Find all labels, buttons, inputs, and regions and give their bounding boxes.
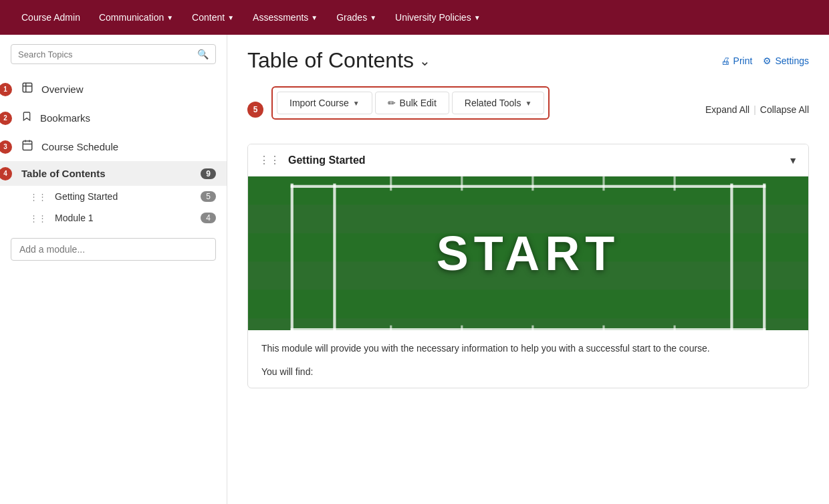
svg-rect-10 (248, 290, 808, 318)
add-module-input[interactable] (11, 238, 216, 261)
drag-icon: ⋮⋮ (29, 192, 47, 202)
bulk-edit-button[interactable]: ✏ Bulk Edit (375, 92, 449, 114)
sidebar-subitem-module1[interactable]: ⋮⋮ Module 1 4 (0, 207, 227, 229)
nav-communication[interactable]: Communication ▼ (91, 7, 181, 28)
module-header: ⋮⋮ Getting Started ▼ (248, 144, 808, 176)
step-badge-2: 2 (0, 112, 12, 125)
chevron-down-icon: ▼ (474, 14, 481, 21)
top-navigation: Course Admin Communication ▼ Content ▼ A… (0, 0, 829, 35)
svg-rect-26 (673, 326, 675, 330)
module1-count: 4 (201, 213, 216, 223)
svg-rect-19 (531, 176, 534, 191)
search-icon[interactable]: 🔍 (197, 49, 209, 59)
step-badge-3: 3 (0, 140, 12, 154)
sidebar-item-bookmarks[interactable]: 2 Bookmarks (0, 104, 227, 132)
expand-all-link[interactable]: Expand All (705, 104, 749, 115)
chevron-down-icon: ▼ (227, 14, 234, 21)
chevron-down-icon: ▼ (166, 14, 173, 21)
svg-rect-22 (390, 326, 392, 330)
search-input[interactable] (18, 49, 193, 59)
chevron-down-icon: ▼ (353, 100, 360, 107)
svg-rect-18 (461, 176, 463, 191)
print-button[interactable]: 🖨 Print (721, 55, 753, 66)
step-badge-5: 5 (247, 102, 263, 118)
import-course-button[interactable]: Import Course ▼ (277, 92, 372, 114)
sidebar-item-toc[interactable]: 4 Table of Contents 9 (0, 161, 227, 186)
header-actions: 🖨 Print ⚙ Settings (721, 55, 809, 66)
collapse-all-link[interactable]: Collapse All (760, 104, 809, 115)
getting-started-label: Getting Started (55, 191, 118, 202)
course-schedule-label: Course Schedule (41, 141, 216, 152)
chevron-down-icon: ▼ (311, 14, 318, 21)
chevron-down-icon: ▼ (525, 100, 531, 107)
step-badge-1: 1 (0, 83, 12, 96)
svg-rect-16 (291, 328, 766, 330)
svg-rect-15 (291, 185, 766, 188)
svg-rect-12 (333, 184, 336, 330)
svg-rect-25 (602, 326, 604, 330)
printer-icon: 🖨 (721, 55, 730, 66)
start-image-text: START (437, 226, 620, 281)
svg-rect-20 (602, 176, 604, 191)
related-tools-button[interactable]: Related Tools ▼ (452, 92, 544, 114)
drag-icon: ⋮⋮ (259, 154, 280, 166)
bookmarks-icon (21, 110, 32, 126)
sidebar: 🔍 1 Overview 2 Bookmarks 3 Course Schedu… (0, 35, 227, 504)
chevron-down-icon: ▼ (370, 14, 376, 21)
overview-icon (21, 82, 33, 97)
getting-started-count: 5 (201, 191, 216, 202)
module-description: This module will provide you with the ne… (248, 330, 808, 366)
nav-course-admin[interactable]: Course Admin (13, 7, 88, 28)
content-header: Table of Contents ⌄ 🖨 Print ⚙ Settings (247, 48, 809, 73)
svg-rect-24 (531, 326, 534, 330)
svg-rect-23 (461, 326, 463, 330)
sidebar-subitem-getting-started[interactable]: ⋮⋮ Getting Started 5 (0, 186, 227, 207)
svg-rect-0 (23, 83, 32, 92)
svg-rect-3 (23, 141, 32, 150)
bookmarks-label: Bookmarks (40, 112, 216, 124)
gear-icon: ⚙ (763, 55, 772, 66)
page-title: Table of Contents ⌄ (247, 48, 431, 73)
search-box[interactable]: 🔍 (11, 44, 216, 64)
svg-rect-21 (673, 176, 675, 191)
divider: | (753, 104, 756, 115)
expand-collapse: Expand All | Collapse All (705, 104, 809, 115)
step-badge-4: 4 (0, 167, 12, 180)
content-area: Table of Contents ⌄ 🖨 Print ⚙ Settings 5… (227, 35, 829, 504)
toolbar: Import Course ▼ ✏ Bulk Edit Related Tool… (271, 86, 550, 120)
svg-rect-17 (390, 176, 392, 191)
schedule-icon (21, 139, 33, 154)
module-image: START (248, 176, 808, 330)
toc-label: Table of Contents (21, 168, 193, 179)
module1-label: Module 1 (55, 213, 94, 223)
svg-rect-13 (730, 184, 733, 330)
nav-content[interactable]: Content ▼ (184, 7, 242, 28)
module-section: ⋮⋮ Getting Started ▼ (247, 144, 809, 388)
nav-assessments[interactable]: Assessments ▼ (245, 7, 326, 28)
nav-university-policies[interactable]: University Policies ▼ (387, 7, 489, 28)
toolbar-row: 5 Import Course ▼ ✏ Bulk Edit Related To… (247, 86, 809, 133)
nav-grades[interactable]: Grades ▼ (328, 7, 384, 28)
toc-count: 9 (201, 168, 216, 179)
svg-rect-11 (291, 184, 293, 330)
pencil-icon: ✏ (388, 98, 396, 108)
main-layout: 🔍 1 Overview 2 Bookmarks 3 Course Schedu… (0, 35, 829, 504)
svg-rect-8 (248, 176, 808, 205)
overview-label: Overview (41, 84, 216, 95)
you-will-find: You will find: (248, 366, 808, 388)
svg-rect-14 (763, 184, 765, 330)
sidebar-item-course-schedule[interactable]: 3 Course Schedule (0, 132, 227, 161)
drag-icon: ⋮⋮ (29, 213, 47, 223)
settings-button[interactable]: ⚙ Settings (763, 55, 809, 66)
module-title: Getting Started (288, 154, 782, 166)
collapse-module-icon[interactable]: ▼ (788, 155, 798, 166)
title-chevron-icon[interactable]: ⌄ (419, 53, 431, 69)
sidebar-item-overview[interactable]: 1 Overview (0, 75, 227, 104)
